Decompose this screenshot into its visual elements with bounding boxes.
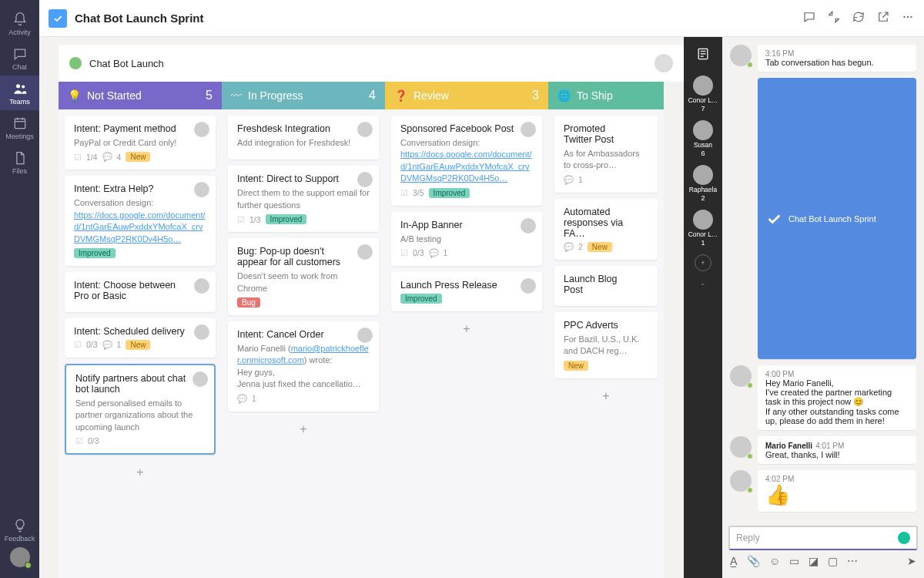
assignee-avatar[interactable] (521, 218, 536, 234)
card[interactable]: Intent: Choose between Pro or Basic (65, 272, 216, 312)
chat-bubble[interactable]: Mario Fanelli4:01 PM Great, thanks, I wi… (758, 436, 916, 464)
chat-name: Mario Fanelli (765, 442, 812, 450)
nav-files[interactable]: Files (0, 145, 39, 180)
card-link[interactable]: https://docs.google.com/document/d/1ntGa… (400, 150, 532, 183)
card-title: PPC Adverts (564, 320, 648, 331)
reply-input[interactable]: Reply (728, 526, 918, 550)
subtask-count: 0/3 (413, 248, 424, 257)
emoji-icon[interactable]: ☺ (769, 555, 780, 567)
chevron-down-icon[interactable]: ⌄ (700, 279, 706, 287)
card[interactable]: Intent: Cancel Order Mario Fanelli (mari… (228, 321, 379, 412)
person-item[interactable]: Raphaela2 (689, 165, 717, 202)
assignee-avatar[interactable] (357, 328, 373, 343)
avatar[interactable] (730, 436, 752, 458)
comment-icon[interactable] (802, 10, 816, 27)
add-person-button[interactable]: + (695, 254, 711, 271)
column-header[interactable]: 🌐 To Ship (548, 82, 664, 109)
chat-bubble[interactable]: 4:02 PM 👍 (758, 470, 916, 512)
system-message[interactable]: Chat Bot Launch Sprint (758, 78, 916, 359)
person-item[interactable]: Conor L…7 (688, 76, 718, 113)
user-avatar[interactable] (10, 547, 30, 567)
assignee-avatar[interactable] (357, 122, 373, 137)
nav-teams[interactable]: Teams (0, 76, 39, 110)
person-item[interactable]: Conor L…1 (688, 210, 718, 247)
card[interactable]: Promoted Twitter Post As for Ambassadors… (554, 116, 658, 193)
subtask-count: 0/3 (86, 340, 98, 349)
board-owner-avatar[interactable] (654, 54, 673, 72)
avatar[interactable] (730, 365, 752, 387)
subtask-count: 1/4 (86, 153, 98, 162)
assignee-avatar[interactable] (521, 278, 536, 294)
card[interactable]: Automated responses via FA… 💬2New (554, 199, 658, 260)
refresh-icon[interactable] (852, 10, 865, 27)
card[interactable]: In-App Banner A/B testing ☑0/3💬1 (391, 212, 542, 266)
avatar[interactable] (730, 470, 752, 492)
add-card-button[interactable]: + (554, 385, 658, 408)
attach-icon[interactable]: 📎 (747, 555, 760, 567)
file-icon (12, 150, 28, 166)
card-link[interactable]: https://docs.google.com/document/d/1ntGa… (74, 210, 206, 244)
card[interactable]: Freshdesk Integration Add integration fo… (228, 116, 379, 160)
assignee-avatar[interactable] (194, 122, 209, 137)
card[interactable]: Intent: Scheduled delivery ☑0/3💬1New (65, 318, 216, 358)
card-desc: PayPal or Credit Card only! (74, 137, 206, 149)
card[interactable]: Intent: Payment method PayPal or Credit … (65, 116, 216, 170)
assignee-avatar[interactable] (194, 324, 209, 340)
send-button[interactable]: ➤ (907, 555, 916, 567)
column-count: 3 (532, 89, 539, 102)
nav-activity[interactable]: Activity (0, 6, 39, 41)
card-desc: Doesn't seem to work from Chrome (237, 271, 370, 294)
nav-meetings[interactable]: Meetings (0, 110, 39, 145)
assignee-avatar[interactable] (357, 172, 373, 187)
add-card-button[interactable]: + (391, 318, 542, 341)
more-icon[interactable] (901, 10, 915, 27)
more-icon[interactable]: ⋯ (847, 555, 858, 567)
column-header[interactable]: ❓ Review 3 (385, 82, 548, 109)
column-body: Sponsored Facebook Post Conversation des… (385, 109, 548, 578)
card[interactable]: Launch Press Release Improved (391, 272, 542, 311)
subtask-count: 3/5 (413, 188, 424, 197)
card[interactable]: Launch Blog Post (554, 266, 658, 306)
nav-chat[interactable]: Chat (0, 41, 39, 76)
card-title: Automated responses via FA… (564, 207, 648, 239)
card[interactable]: Sponsored Facebook Post Conversation des… (391, 116, 542, 206)
add-card-button[interactable]: + (228, 418, 379, 441)
column-header[interactable]: 💡 Not Started 5 (59, 82, 222, 109)
format-icon[interactable]: A̲ (730, 555, 738, 567)
nav-feedback[interactable]: Feedback (0, 512, 39, 547)
comment-count: 4 (117, 153, 122, 162)
assignee-avatar[interactable] (521, 122, 536, 137)
person-item[interactable]: Susan6 (693, 120, 713, 157)
sticker-icon[interactable]: ◪ (808, 555, 819, 567)
chat-bubble[interactable]: 3:16 PM Tab conversation has begun. (758, 45, 916, 72)
assignee-avatar[interactable] (194, 182, 209, 197)
gif-icon[interactable]: ▭ (789, 555, 799, 567)
card-title: Sponsored Facebook Post (400, 123, 533, 134)
collapse-icon[interactable] (827, 10, 841, 27)
comment-icon: 💬 (102, 152, 112, 162)
card[interactable]: Intent: Direct to Support Direct them to… (228, 166, 379, 232)
assignee-avatar[interactable] (192, 371, 208, 387)
avatar[interactable] (730, 45, 752, 66)
assignee-avatar[interactable] (357, 244, 373, 260)
card[interactable]: Bug: Pop-up doesn't appear for all custo… (228, 238, 379, 315)
chat-message: 4:02 PM 👍 (730, 470, 916, 512)
content-row: Chat Bot Launch 💡 Not Started 5 Intent: … (39, 37, 924, 578)
comment-count: 1 (252, 394, 256, 403)
avatar (693, 165, 713, 185)
add-card-button[interactable]: + (65, 461, 216, 484)
app-logo-icon (49, 9, 67, 28)
meet-icon[interactable]: ▢ (828, 555, 838, 567)
assignee-avatar[interactable] (194, 278, 209, 294)
contacts-icon[interactable] (695, 46, 711, 63)
chat-bubble[interactable]: 4:00 PM Hey Mario Fanelli, I've created … (758, 365, 916, 430)
column-name: To Ship (577, 89, 613, 102)
popout-icon[interactable] (876, 10, 890, 27)
card[interactable]: Notify partners about chat bot launch Se… (65, 364, 216, 455)
svg-rect-7 (701, 51, 706, 52)
grammarly-icon[interactable] (898, 532, 910, 544)
card[interactable]: PPC Adverts For Bazil, U.S., U.K. and DA… (554, 312, 658, 378)
person-name: Conor L… (688, 96, 718, 104)
column-header[interactable]: 〰 In Progress 4 (222, 82, 385, 109)
card[interactable]: Intent: Extra Help? Conversation design:… (65, 176, 216, 266)
